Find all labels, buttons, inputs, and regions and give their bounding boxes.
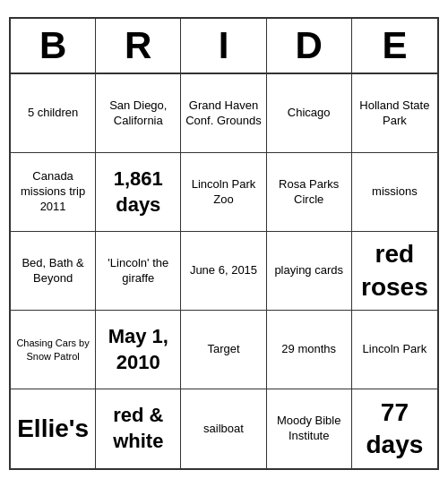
bingo-cell: red & white	[96, 389, 181, 468]
header-letter: E	[352, 19, 437, 73]
bingo-cell: Canada missions trip 2011	[11, 153, 96, 232]
bingo-cell: 29 months	[267, 311, 352, 389]
bingo-cell: San Diego, California	[96, 74, 181, 153]
bingo-header: BRIDE	[11, 19, 437, 74]
bingo-cell: Bed, Bath & Beyond	[11, 232, 96, 311]
bingo-cell: May 1, 2010	[96, 311, 181, 389]
bingo-cell: 1,861 days	[96, 153, 181, 232]
bingo-cell: Lincoln Park Zoo	[181, 153, 266, 232]
bingo-cell: Chasing Cars by Snow Patrol	[11, 311, 96, 389]
bingo-cell: Moody Bible Institute	[267, 389, 352, 468]
header-letter: I	[181, 19, 266, 73]
bingo-cell: 5 children	[11, 74, 96, 153]
bingo-cell: 77 days	[352, 389, 437, 468]
bingo-cell: Holland State Park	[352, 74, 437, 153]
bingo-grid: 5 childrenSan Diego, CaliforniaGrand Hav…	[11, 74, 437, 468]
bingo-cell: missions	[352, 153, 437, 232]
header-letter: R	[96, 19, 181, 73]
bingo-cell: Ellie's	[11, 389, 96, 468]
header-letter: B	[11, 19, 96, 73]
bingo-cell: 'Lincoln' the giraffe	[96, 232, 181, 311]
bingo-cell: Rosa Parks Circle	[267, 153, 352, 232]
bingo-cell: Lincoln Park	[352, 311, 437, 389]
bingo-cell: sailboat	[181, 389, 266, 468]
bingo-cell: Target	[181, 311, 266, 389]
bingo-cell: Chicago	[267, 74, 352, 153]
bingo-cell: red roses	[352, 232, 437, 311]
bingo-cell: June 6, 2015	[181, 232, 266, 311]
bingo-cell: Grand Haven Conf. Grounds	[181, 74, 266, 153]
bingo-card: BRIDE 5 childrenSan Diego, CaliforniaGra…	[9, 17, 439, 470]
header-letter: D	[267, 19, 352, 73]
bingo-cell: playing cards	[267, 232, 352, 311]
